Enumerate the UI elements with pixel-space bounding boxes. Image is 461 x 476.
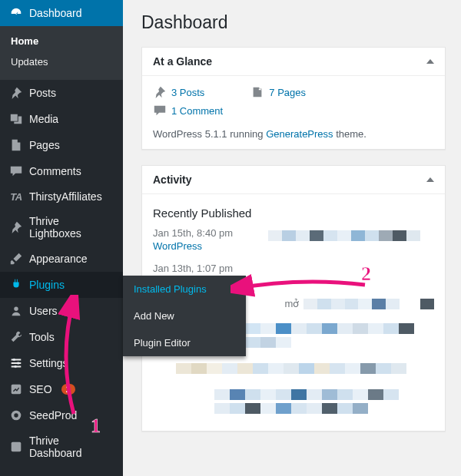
- annotation-number-2: 2: [361, 263, 371, 286]
- sidebar-item-thirstyaffiliates[interactable]: TA ThirstyAffiliates: [0, 184, 123, 209]
- sidebar-submenu-dashboard: Home Updates: [0, 26, 123, 80]
- sidebar-label-appearance: Appearance: [29, 253, 88, 265]
- main-content: Dashboard At a Glance 3 Posts 7 Pages: [123, 0, 461, 447]
- text-fragment: mở: [285, 298, 300, 309]
- flyout-add-new[interactable]: Add New: [123, 302, 246, 329]
- sidebar-item-posts[interactable]: Posts: [0, 80, 123, 106]
- media-icon: [9, 112, 23, 126]
- sidebar-item-plugins[interactable]: Plugins: [0, 272, 123, 298]
- post-meta: Jan 13th, 1:07 pm: [153, 263, 253, 274]
- sidebar-label-pages: Pages: [29, 139, 60, 151]
- redacted-title: [268, 230, 420, 241]
- seedprod-icon: [9, 408, 23, 422]
- theme-link[interactable]: GeneratePress: [266, 128, 333, 140]
- flyout-installed-plugins[interactable]: Installed Plugins: [123, 276, 246, 302]
- admin-sidebar: Dashboard Home Updates Posts Media Pages…: [0, 0, 123, 476]
- sidebar-label-tools: Tools: [29, 331, 55, 343]
- seo-badge: 2: [61, 384, 75, 395]
- glance-posts-text: 3 Posts: [171, 87, 204, 98]
- dashboard-icon: [9, 6, 23, 20]
- sidebar-item-appearance[interactable]: Appearance: [0, 246, 123, 272]
- sidebar-item-tools[interactable]: Tools: [0, 324, 123, 350]
- post-meta: Jan 15th, 8:40 pm: [153, 227, 253, 239]
- sidebar-subitem-home[interactable]: Home: [0, 31, 123, 51]
- flyout-plugin-editor[interactable]: Plugin Editor: [123, 329, 246, 356]
- sidebar-item-comments[interactable]: Comments: [0, 158, 123, 184]
- glance-pages-link[interactable]: 7 Pages: [250, 85, 306, 99]
- sidebar-label-thirsty: ThirstyAffiliates: [29, 190, 102, 203]
- sidebar-label-thrive-dash: Thrive Dashboard: [29, 435, 114, 459]
- activity-header[interactable]: Activity: [142, 166, 445, 194]
- seo-icon: [9, 382, 23, 396]
- users-icon: [9, 304, 23, 318]
- svg-point-1: [13, 359, 16, 362]
- svg-rect-7: [12, 442, 22, 452]
- thirstyaffiliates-icon: TA: [9, 191, 23, 203]
- glance-comments-link[interactable]: 1 Comment: [153, 104, 223, 117]
- brush-icon: [9, 252, 23, 266]
- activity-title: Activity: [153, 174, 192, 186]
- sidebar-item-media[interactable]: Media: [0, 106, 123, 132]
- wrench-icon: [9, 330, 23, 344]
- sidebar-label-posts: Posts: [29, 87, 56, 99]
- svg-point-0: [14, 307, 18, 311]
- sidebar-label-media: Media: [29, 113, 58, 125]
- sidebar-label-seedprod: SeedProd: [29, 409, 77, 421]
- sidebar-item-dashboard[interactable]: Dashboard: [0, 0, 123, 26]
- annotation-number-1: 1: [91, 415, 101, 438]
- sidebar-item-thrive-lightboxes[interactable]: Thrive Lightboxes: [0, 209, 123, 246]
- sidebar-label-users: Users: [29, 305, 58, 317]
- sidebar-item-pages[interactable]: Pages: [0, 132, 123, 158]
- redacted-block: [176, 363, 434, 374]
- sliders-icon: [9, 356, 23, 370]
- svg-point-3: [14, 365, 17, 369]
- sidebar-label-comments: Comments: [29, 165, 81, 177]
- activity-post-row: Jan 15th, 8:40 pm WordPress: [153, 227, 434, 252]
- pin-icon: [9, 220, 23, 234]
- sidebar-subitem-updates[interactable]: Updates: [0, 51, 123, 72]
- sidebar-label-thrive-lb: Thrive Lightboxes: [29, 215, 114, 240]
- page-icon: [9, 138, 23, 152]
- sidebar-item-thrive-dashboard[interactable]: Thrive Dashboard: [0, 428, 123, 465]
- svg-point-2: [17, 362, 20, 365]
- comment-icon: [9, 164, 23, 178]
- sidebar-item-seo[interactable]: SEO 2: [0, 376, 123, 402]
- sidebar-item-seedprod[interactable]: SeedProd: [0, 402, 123, 428]
- sidebar-item-settings[interactable]: Settings: [0, 350, 123, 376]
- at-a-glance-header[interactable]: At a Glance: [142, 48, 445, 76]
- svg-point-6: [14, 413, 18, 417]
- collapse-icon: [426, 59, 434, 64]
- plug-icon: [9, 278, 23, 292]
- pages-icon: [250, 85, 264, 99]
- sidebar-label-settings: Settings: [29, 357, 68, 369]
- recently-published-heading: Recently Published: [153, 207, 434, 220]
- post-title-link[interactable]: WordPress: [153, 240, 253, 252]
- sidebar-label-dashboard: Dashboard: [29, 7, 82, 19]
- at-a-glance-title: At a Glance: [153, 55, 212, 68]
- collapse-icon: [426, 177, 434, 182]
- sidebar-item-users[interactable]: Users: [0, 298, 123, 324]
- redacted-block: [214, 389, 434, 414]
- page-title: Dashboard: [141, 12, 446, 33]
- glance-posts-link[interactable]: 3 Posts: [153, 85, 204, 99]
- glance-comments-text: 1 Comment: [171, 105, 223, 117]
- sidebar-label-plugins: Plugins: [29, 279, 65, 291]
- glance-pages-text: 7 Pages: [269, 87, 306, 98]
- pin-icon: [153, 85, 167, 99]
- sidebar-label-seo: SEO: [29, 383, 52, 395]
- at-a-glance-panel: At a Glance 3 Posts 7 Pages 1 Comment: [141, 47, 446, 150]
- thrive-icon: [9, 440, 23, 454]
- pin-icon: [9, 86, 23, 100]
- wp-version-text: WordPress 5.1.1 running GeneratePress th…: [153, 128, 434, 140]
- comment-icon: [153, 104, 167, 117]
- plugins-flyout-menu: Installed Plugins Add New Plugin Editor: [123, 276, 246, 356]
